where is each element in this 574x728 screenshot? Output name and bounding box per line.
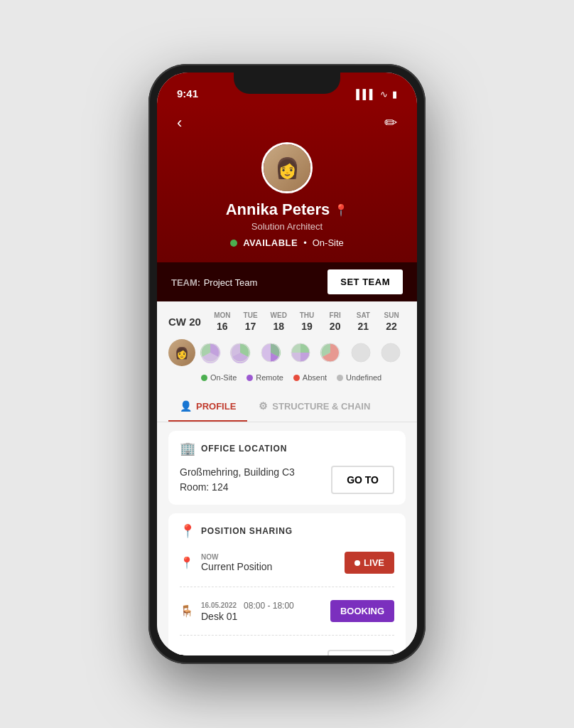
location-text: Großmehring, Building C3 Room: 124 [180, 465, 295, 495]
tabs: 👤 PROFILE ⚙ STRUCTURE & CHAIN [157, 392, 417, 422]
booking-button[interactable]: BOOKING [330, 600, 394, 622]
pie-tue [229, 342, 251, 363]
structure-tab-icon: ⚙ [259, 400, 268, 412]
availability-label: AVAILABLE [243, 237, 298, 248]
phone-screen: 9:41 ▌▌▌ ∿ ▮ ‹ ✏ 👩 Annika Peters 📍 Solut… [157, 73, 417, 655]
status-icons: ▌▌▌ ∿ ▮ [356, 89, 397, 100]
available-dot [230, 240, 237, 247]
tab-structure[interactable]: ⚙ STRUCTURE & CHAIN [247, 392, 381, 422]
undefined-label: Undefined [346, 373, 381, 382]
day-sun: SUN 22 [379, 311, 404, 332]
day-mon: MON 16 [210, 311, 235, 332]
team-name: Project Team [204, 277, 258, 288]
pie-mon [200, 342, 221, 363]
position-sharing-header: 📍 POSITION SHARING [180, 523, 394, 539]
sharing-info-now: 📍 NOW Current Position [180, 553, 272, 572]
sharing-detail-now: NOW Current Position [201, 553, 272, 572]
day-tue: TUE 17 [238, 311, 264, 332]
availability-row: AVAILABLE • On-Site [230, 237, 344, 248]
sharing-row-booking: 🪑 16.05.2022 08:00 - 18:00 Desk 01 BOOKI… [180, 596, 394, 626]
share-position-row: Do you want to share your position with … [180, 644, 394, 655]
position-sharing-card: 📍 POSITION SHARING 📍 NOW Current Positio… [168, 513, 406, 655]
day-thu: THU 19 [294, 311, 320, 332]
sharing-info-booking: 🪑 16.05.2022 08:00 - 18:00 Desk 01 [180, 601, 294, 622]
signal-icon: ▌▌▌ [356, 89, 376, 100]
goto-button[interactable]: GO TO [331, 466, 394, 494]
structure-tab-label: STRUCTURE & CHAIN [272, 401, 370, 412]
header: ‹ ✏ 👩 Annika Peters 📍 Solution Architect… [157, 104, 417, 262]
location-row: Großmehring, Building C3 Room: 124 GO TO [180, 465, 394, 495]
absent-dot [293, 375, 300, 381]
availability-separator: • [303, 237, 307, 248]
user-name-text: Annika Peters [226, 200, 330, 219]
day-sat: SAT 21 [350, 311, 376, 332]
pie-fri [320, 342, 341, 363]
live-label: LIVE [364, 557, 384, 568]
calendar-row: 👩 [168, 339, 406, 366]
header-nav: ‹ ✏ [171, 111, 403, 135]
onsite-label: On-Site [210, 373, 237, 382]
sharing-detail-booking: 16.05.2022 08:00 - 18:00 Desk 01 [201, 601, 294, 622]
building-icon: 🏢 [180, 441, 195, 456]
back-button[interactable]: ‹ [171, 111, 188, 135]
user-role: Solution Architect [251, 221, 323, 232]
divider [180, 587, 394, 587]
location-address: Großmehring, Building C3 [180, 466, 295, 478]
phone-frame: 9:41 ▌▌▌ ∿ ▮ ‹ ✏ 👩 Annika Peters 📍 Solut… [148, 64, 426, 664]
absent-label: Absent [303, 373, 327, 382]
avatar-image: 👩 [264, 144, 310, 191]
location-sharing-icon: 📍 [180, 523, 195, 539]
team-label-row: TEAM: Project Team [171, 276, 257, 289]
desk-icon: 🪑 [180, 604, 194, 618]
remote-label: Remote [256, 373, 283, 382]
office-location-card: 🏢 OFFICE LOCATION Großmehring, Building … [168, 431, 406, 505]
avatar: 👩 [261, 142, 313, 193]
edit-button[interactable]: ✏ [379, 111, 403, 135]
booking-value: Desk 01 [201, 611, 294, 622]
sharing-row-now: 📍 NOW Current Position LIVE [180, 547, 394, 578]
set-team-button[interactable]: SET TEAM [327, 269, 403, 294]
position-sharing-title: POSITION SHARING [201, 526, 293, 536]
calendar-section: CW 20 MON 16 TUE 17 WED 18 THU [157, 301, 417, 392]
pie-sun [380, 342, 401, 363]
status-time: 9:41 [177, 87, 198, 100]
share-position-button[interactable]: SHARE POSITION [327, 650, 394, 655]
live-dot [354, 560, 360, 566]
battery-icon: ▮ [392, 89, 397, 100]
legend-undefined: Undefined [337, 373, 381, 382]
profile-content: 🏢 OFFICE LOCATION Großmehring, Building … [157, 422, 417, 655]
wifi-icon: ∿ [380, 89, 388, 100]
notch [234, 73, 340, 94]
pie-wed [260, 342, 281, 363]
office-location-header: 🏢 OFFICE LOCATION [180, 441, 394, 456]
tab-profile[interactable]: 👤 PROFILE [168, 392, 247, 422]
office-location-title: OFFICE LOCATION [201, 444, 287, 454]
user-name-row: Annika Peters 📍 [226, 200, 349, 219]
team-bar: TEAM: Project Team SET TEAM [157, 262, 417, 301]
booking-date-label: 16.05.2022 [201, 601, 237, 609]
legend-remote: Remote [247, 373, 283, 382]
remote-dot [247, 375, 253, 381]
profile-tab-icon: 👤 [180, 400, 192, 412]
availability-status: On-Site [313, 237, 344, 248]
pie-cells [195, 342, 406, 363]
pie-sat [350, 342, 372, 363]
day-columns: MON 16 TUE 17 WED 18 THU 19 [208, 311, 406, 332]
day-wed: WED 18 [266, 311, 291, 332]
team-prefix: TEAM: [171, 277, 200, 288]
live-button[interactable]: LIVE [345, 552, 394, 574]
pie-thu [290, 342, 311, 363]
legend-row: On-Site Remote Absent Undefined [168, 373, 406, 382]
booking-time-range: 08:00 - 18:00 [244, 601, 294, 611]
day-fri: FRI 20 [323, 311, 348, 332]
cw-label: CW 20 [168, 316, 208, 328]
location-pin-icon: 📍 [334, 203, 348, 217]
onsite-dot [201, 375, 207, 381]
current-position-icon: 📍 [180, 556, 194, 569]
now-label: NOW [201, 553, 272, 561]
now-value: Current Position [201, 561, 272, 572]
divider-2 [180, 635, 394, 636]
profile-tab-label: PROFILE [196, 401, 236, 412]
legend-absent: Absent [293, 373, 327, 382]
calendar-avatar: 👩 [168, 339, 195, 366]
